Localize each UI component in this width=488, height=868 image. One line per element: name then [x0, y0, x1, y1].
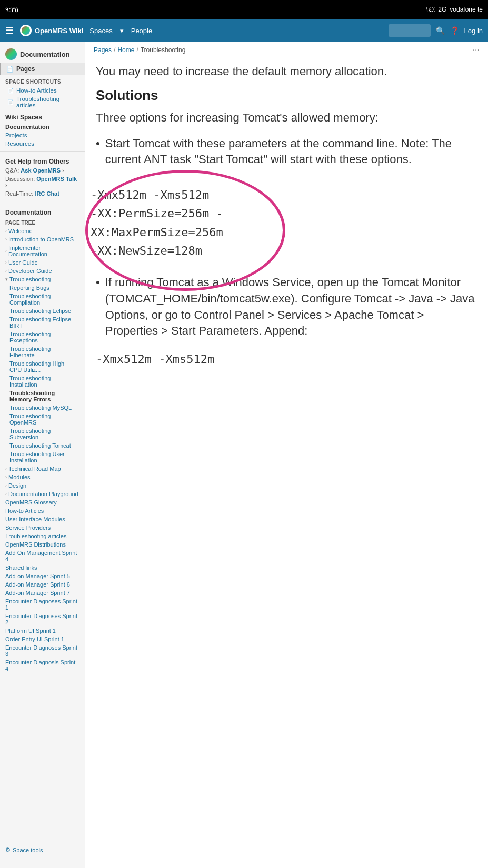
space-tools-icon: ⚙ [5, 846, 11, 853]
tree-glossary[interactable]: OpenMRS Glossary [0, 498, 85, 507]
sidebar-wiki-documentation[interactable]: Documentation [0, 123, 85, 131]
tree-design[interactable]: ›Design [0, 481, 85, 490]
tree-troubleshooting[interactable]: ▾Troubleshooting [0, 275, 85, 284]
tree-encounter-sprint1[interactable]: Encounter Diagnoses Sprint 1 [0, 597, 85, 612]
tree-openmrs[interactable]: Troubleshooting OpenMRS [0, 412, 85, 427]
tree-doc-playground[interactable]: ›Documentation Playground [0, 490, 85, 498]
tree-exceptions[interactable]: Troubleshooting Exceptions [0, 330, 85, 345]
spaces-link[interactable]: Spaces [89, 27, 112, 35]
discussion-link[interactable]: OpenMRS Talk [36, 176, 77, 182]
tree-hibernate[interactable]: Troubleshooting Hibernate [0, 345, 85, 359]
main-layout: Documentation 📄 Pages SPACE SHORTCUTS 📄 … [0, 42, 488, 868]
tree-encounter-sprint2[interactable]: Encounter Diagnoses Sprint 2 [0, 612, 85, 627]
openmrs-logo [20, 25, 32, 36]
sidebar-item-how-to[interactable]: 📄 How-to Articles [0, 86, 85, 95]
append-code: -Xmx512m -Xms512m [96, 345, 477, 374]
sidebar-item-troubleshooting-articles[interactable]: 📄 Troubleshooting articles [0, 95, 85, 109]
page-content: You may need to increase the default mem… [85, 58, 488, 868]
tree-shared-links[interactable]: Shared links [0, 563, 85, 572]
breadcrumb-pages[interactable]: Pages [94, 46, 112, 54]
tree-howto[interactable]: How-to Articles [0, 507, 85, 515]
tree-eclipse[interactable]: Troubleshooting Eclipse [0, 307, 85, 315]
arrow-icon: › [5, 475, 7, 480]
page-icon: 📄 [6, 66, 14, 73]
tree-ts-articles[interactable]: Troubleshooting articles [0, 532, 85, 540]
tree-ui-modules[interactable]: User Interface Modules [0, 515, 85, 523]
carrier-display: vodafone te [450, 6, 483, 13]
doc-icon [5, 48, 17, 60]
breadcrumb-sep1: / [114, 46, 115, 54]
tree-platform-ui[interactable]: Platform UI Sprint 1 [0, 627, 85, 635]
tree-eclipse-birt[interactable]: Troubleshooting Eclipse BIRT [0, 315, 85, 330]
search-input[interactable] [389, 24, 431, 37]
tree-addon-sprint6[interactable]: Add-on Manager Sprint 6 [0, 580, 85, 589]
pages-label: Pages [16, 65, 35, 73]
space-tools-link[interactable]: ⚙ Space tools [0, 842, 85, 857]
troubleshooting-articles-link: Troubleshooting articles [16, 96, 79, 108]
tree-roadmap[interactable]: ›Technical Road Map [0, 465, 85, 473]
search-icon[interactable]: 🔍 [436, 26, 445, 35]
tree-encounter-sprint4[interactable]: Encounter Diagnosis Sprint 4 [0, 658, 85, 673]
realtime-item: Real-Time: IRC Chat [0, 189, 85, 198]
page-tree-title: PAGE TREE [0, 218, 85, 227]
hamburger-icon[interactable]: ☰ [5, 25, 14, 36]
tree-addon-sprint4[interactable]: Add On Management Sprint 4 [0, 549, 85, 563]
arrow-icon: › [5, 483, 7, 488]
bullet-1-content: Start Tomcat with these parameters at th… [105, 136, 477, 168]
breadcrumb-home[interactable]: Home [117, 46, 134, 54]
logo-area[interactable]: OpenMRS Wiki [20, 25, 83, 36]
tree-order-entry[interactable]: Order Entry UI Sprint 1 [0, 635, 85, 643]
tree-mysql[interactable]: Troubleshooting MySQL [0, 403, 85, 412]
solutions-heading: Solutions [96, 87, 477, 104]
tree-tomcat[interactable]: Troubleshooting Tomcat [0, 441, 85, 450]
space-shortcuts-title: SPACE SHORTCUTS [0, 75, 85, 86]
sidebar-doc-title[interactable]: Documentation [20, 51, 70, 58]
sidebar-wiki-resources[interactable]: Resources [0, 139, 85, 148]
sidebar-pages-item[interactable]: 📄 Pages [0, 63, 85, 75]
tree-addon-sprint5[interactable]: Add-on Manager Sprint 5 [0, 572, 85, 580]
bullet-2-content: If running Tomcat as a Windows Service, … [105, 275, 477, 339]
qa-item: Q&A: Ask OpenMRS › [0, 166, 85, 175]
tree-memory-errors[interactable]: Troubleshooting Memory Errors [0, 389, 85, 403]
tree-implementer[interactable]: ›Implementer Documentation [0, 244, 85, 258]
circle-container: -Xmx512m -Xms512m -XX:PermSize=256m - XX… [91, 180, 477, 265]
tree-modules[interactable]: ›Modules [0, 473, 85, 481]
wiki-spaces-title: Wiki Spaces [0, 109, 85, 123]
people-link[interactable]: People [131, 27, 152, 35]
time-display: ٩:٣٥ [5, 6, 18, 14]
logo-inner [22, 26, 30, 35]
tree-subversion[interactable]: Troubleshooting Subversion [0, 427, 85, 441]
nav-links: Spaces ▾ People [89, 27, 152, 35]
bullet-dot-1: • [96, 137, 100, 168]
realtime-link[interactable]: IRC Chat [35, 190, 59, 197]
sidebar-wiki-projects[interactable]: Projects [0, 131, 85, 139]
tree-cpu[interactable]: Troubleshooting High CPU Utiliz... [0, 359, 85, 374]
breadcrumb: Pages / Home / Troubleshooting [94, 46, 185, 54]
tree-intro[interactable]: ›Introduction to OpenMRS [0, 235, 85, 244]
how-to-articles-link: How-to Articles [16, 87, 57, 94]
get-help-title: Get Help from Others [0, 155, 85, 166]
tree-installation[interactable]: Troubleshooting Installation [0, 374, 85, 389]
login-link[interactable]: Log in [464, 27, 483, 35]
tree-reporting[interactable]: Reporting Bugs [0, 284, 85, 292]
arrow-icon: › [5, 491, 7, 497]
doc-link-icon: 📄 [7, 88, 14, 94]
tree-welcome[interactable]: ›Welcome [0, 227, 85, 235]
discussion-label: Discussion: [5, 176, 35, 182]
tree-devguide[interactable]: ›Developer Guide [0, 267, 85, 275]
tree-distributions[interactable]: OpenMRS Distributions [0, 540, 85, 549]
help-icon[interactable]: ❓ [450, 26, 459, 35]
nav-bar: ☰ OpenMRS Wiki Spaces ▾ People 🔍 ❓ Log i… [0, 19, 488, 42]
tree-service-providers[interactable]: Service Providers [0, 523, 85, 532]
tree-encounter-sprint3[interactable]: Encounter Diagnoses Sprint 3 [0, 643, 85, 658]
tree-compilation[interactable]: Troubleshooting Compilation [0, 292, 85, 307]
tree-addon-sprint7[interactable]: Add-on Manager Sprint 7 [0, 589, 85, 597]
arrow-icon: › [5, 248, 7, 254]
tree-user-installation[interactable]: Troubleshooting User Installation [0, 450, 85, 465]
breadcrumb-more-icon[interactable]: ··· [473, 45, 480, 55]
tree-userguide[interactable]: ›User Guide [0, 258, 85, 267]
site-title[interactable]: OpenMRS Wiki [35, 27, 83, 35]
status-left: ٩:٣٥ [5, 6, 18, 14]
qa-link[interactable]: Ask OpenMRS [21, 167, 61, 174]
arrow-icon: › [5, 228, 7, 234]
